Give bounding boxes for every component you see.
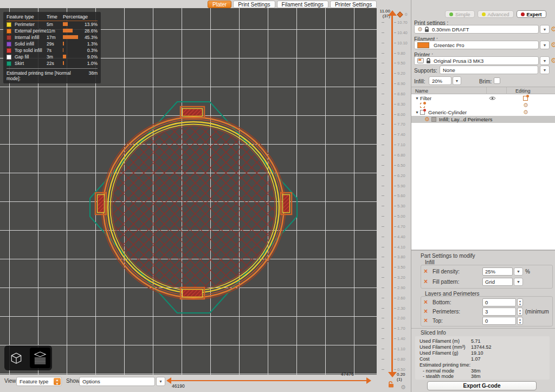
fill-density-input[interactable]: 25% [482,267,513,276]
add-part-icon[interactable] [420,103,425,108]
mode-expert-button[interactable]: Expert [517,10,546,18]
printer-combo[interactable]: Original Prusa i3 MK3 [414,56,539,65]
top-input[interactable]: 0 [482,317,516,325]
tree-row-infill-settings[interactable]: ⚙ Infill; Lay...d Perimeters [411,116,555,123]
layer-tick: 4.40 [377,234,411,239]
slice-preview-canvas[interactable]: Feature type Time Percentage Perimeter 5… [0,8,377,375]
layer-tick-label: 2.60 [397,296,405,300]
feature-name: External perimeter [15,28,47,34]
row-gear-icon[interactable]: ⚙ [523,102,528,109]
delete-setting-icon[interactable]: × [424,268,428,275]
edit-object-icon[interactable] [523,96,528,101]
fill-density-dropdown-button[interactable]: ▼ [514,267,523,276]
cost-value: 1.07 [471,356,481,362]
feature-name: Perimeter [15,22,47,27]
layer-tick-label: 5.60 [397,193,405,198]
layer-tick: 9.80 [377,51,411,56]
show-options-dropdown-button[interactable]: ▼ [156,377,165,386]
fill-pattern-input[interactable]: Grid [482,278,513,286]
layer-tick: 5.90 [377,184,411,188]
layer-slider-lower-thumb[interactable] [388,372,397,377]
sliced-info-box: Used Filament (m) 5.71 Used Filament (mm… [415,336,550,380]
perimeters-input[interactable]: 3 [482,308,516,316]
used-filament-g-value: 19.10 [471,350,483,356]
legend-header-percentage: Percentage [63,14,98,19]
filament-dropdown-button[interactable]: ▼ [540,41,550,49]
layer-tick-label: 6.20 [397,173,405,178]
bottom-stepper[interactable]: ▲▼ [517,298,523,306]
print-settings-edit-gear-icon[interactable]: ⚙ [551,25,555,32]
feature-time: 3m [47,54,63,60]
move-slider-track[interactable] [171,380,367,381]
brim-label: Brim: [479,79,492,84]
view-mode-select[interactable]: Feature type ▲▼ [16,377,62,386]
used-filament-m-label: Used Filament (m) [420,338,460,344]
tree-editing-header: Editing [515,88,531,94]
view-3d-button[interactable] [6,348,27,368]
mode-simple-button[interactable]: Simple [445,10,475,18]
supports-combo[interactable]: None [440,66,538,74]
infill-label: Infill: [414,79,425,84]
feature-color-swatch [7,55,11,60]
eye-icon[interactable] [489,96,496,101]
object-tree-header: Name Editing [411,87,555,94]
tab-plater[interactable]: Plater [208,1,231,8]
layer-tick-label: 8.00 [397,112,405,117]
layer-slider-upper-thumb[interactable] [388,10,397,16]
layer-tick: 4.10 [377,245,411,250]
print-settings-dropdown-button[interactable]: ▼ [540,25,550,34]
bottom-input[interactable]: 0 [482,298,516,306]
delete-setting-icon[interactable]: × [424,308,428,315]
object-cube-icon [420,110,425,115]
layer-slider-marker[interactable] [397,11,403,17]
feature-time: 5m [47,22,63,27]
supports-dropdown-button[interactable]: ▼ [540,66,550,74]
collapse-triangle-icon[interactable]: ▼ [415,96,419,100]
layer-slider-ticks: 10.70 10.40 10.10 9.80 [377,20,411,372]
tree-row-filter[interactable]: ▼ Filter [411,95,555,102]
printer-icon [417,58,424,63]
layer-tick-label: 5.90 [397,184,405,188]
collapse-triangle-icon[interactable]: ▼ [415,110,419,114]
tree-row-add-part[interactable]: ⚙ [411,102,555,109]
lock-open-icon[interactable] [388,381,395,388]
delete-setting-icon[interactable]: × [424,299,428,305]
perimeters-stepper[interactable]: ▲▼ [517,308,523,316]
view-toggle-group [4,345,52,370]
tree-row-generic-cylinder[interactable]: ▼ Generic-Cylinder ⚙ [411,109,555,116]
top-label: Top: [433,318,443,324]
filament-combo[interactable]: Greentec Pro [414,41,539,49]
feature-time: 17m [47,35,63,40]
row-gear-icon[interactable]: ⚙ [523,109,528,116]
printer-dropdown-button[interactable]: ▼ [540,56,550,65]
layer-slider-bottom-index: (1) [397,377,402,382]
layer-tick: 4.70 [377,224,411,229]
top-stepper[interactable]: ▲▼ [517,317,523,325]
infill-dropdown-button[interactable]: ▼ [453,76,461,85]
layer-tick-label: 1.40 [397,336,405,341]
show-options-input[interactable]: Options [79,377,155,386]
feature-time: 7s [47,48,63,53]
mode-advanced-button[interactable]: Advanced [477,10,514,18]
printer-edit-gear-icon[interactable]: ⚙ [551,57,555,64]
delete-setting-icon[interactable]: × [424,278,428,285]
layer-tick-label: 3.50 [397,265,405,270]
layer-tick-label: 1.70 [397,326,405,331]
layer-tick-label: 4.40 [397,234,405,239]
brim-checkbox[interactable] [494,77,500,84]
filament-edit-gear-icon[interactable]: ⚙ [551,41,555,48]
export-gcode-button[interactable]: Export G-code [427,381,537,390]
fill-pattern-dropdown-button[interactable]: ▼ [514,278,523,286]
infill-combo[interactable]: 20% [429,76,451,85]
print-settings-combo[interactable]: ⚙ 0.30mm DRAFT [414,25,539,34]
delete-setting-icon[interactable]: × [424,317,428,324]
move-slider-right-thumb[interactable] [366,377,371,384]
view-layers-button[interactable] [30,348,50,368]
layer-tick: 2.00 [377,316,411,321]
tab-filament-settings[interactable]: Filament Settings [277,1,328,8]
tab-print-settings[interactable]: Print Settings [233,1,275,8]
sliced-info-title: Sliced Info [421,330,446,336]
feature-time: 22s [47,61,63,66]
slider-settings-gear-icon[interactable]: ⚙ [401,384,406,391]
tab-printer-settings[interactable]: Printer Settings [330,1,377,8]
